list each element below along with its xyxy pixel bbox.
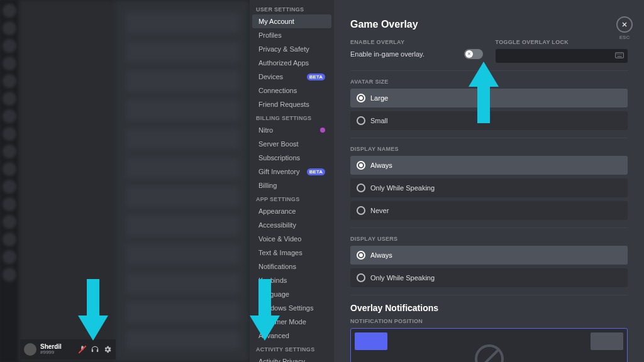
headphones-icon[interactable] bbox=[91, 345, 99, 354]
annotation-arrow-icon bbox=[250, 279, 280, 341]
radio-option[interactable]: Only While Speaking bbox=[350, 178, 628, 197]
sidebar-item-label: Profiles bbox=[258, 31, 282, 39]
notification-position-label: NOTIFICATION POSITION bbox=[350, 318, 628, 324]
sidebar-item[interactable]: DevicesBETA bbox=[252, 70, 331, 84]
sidebar-item[interactable]: Voice & Video bbox=[252, 232, 331, 246]
divider bbox=[350, 138, 628, 138]
sidebar-item[interactable]: Connections bbox=[252, 84, 331, 97]
sidebar-item-label: Billing bbox=[258, 182, 277, 189]
radio-option[interactable]: Never bbox=[350, 201, 628, 220]
sidebar-item-label: Devices bbox=[258, 73, 283, 80]
disable-icon[interactable] bbox=[475, 344, 504, 362]
sidebar-item-label: Text & Images bbox=[258, 249, 303, 256]
radio-ring-icon bbox=[357, 206, 365, 215]
sidebar-item[interactable]: Server Boost bbox=[252, 137, 331, 151]
radio-option[interactable]: Only While Speaking bbox=[350, 268, 628, 287]
sidebar-item[interactable]: My Account bbox=[252, 14, 331, 28]
annotation-arrow-icon bbox=[469, 62, 499, 123]
discriminator: #9999 bbox=[40, 350, 74, 356]
overlay-notifications-title: Overlay Notifications bbox=[350, 303, 628, 313]
sidebar-item[interactable]: Text & Images bbox=[252, 246, 331, 260]
sidebar-item-label: Gift Inventory bbox=[258, 168, 299, 175]
sidebar-header: USER SETTINGS bbox=[250, 3, 334, 14]
mic-muted-icon[interactable] bbox=[78, 345, 87, 354]
sidebar-item[interactable]: Nitro bbox=[252, 123, 331, 137]
annotation-arrow-icon bbox=[78, 279, 108, 341]
svg-rect-0 bbox=[616, 53, 624, 58]
sidebar-item[interactable]: Notifications bbox=[252, 260, 331, 273]
display-names-group: AlwaysOnly While SpeakingNever bbox=[350, 156, 628, 220]
sidebar-item-label: Connections bbox=[258, 87, 297, 94]
sidebar-item-label: Subscriptions bbox=[258, 154, 300, 162]
radio-label: Never bbox=[370, 207, 389, 214]
position-top-left[interactable] bbox=[355, 332, 387, 350]
user-footer: Sherdil #9999 bbox=[20, 339, 116, 359]
sidebar-item-label: Appearance bbox=[258, 207, 296, 215]
sidebar-item[interactable]: Gift InventoryBETA bbox=[252, 165, 331, 178]
radio-option[interactable]: Always bbox=[350, 246, 628, 265]
sidebar-item-label: Accessibility bbox=[258, 221, 296, 229]
radio-ring-icon bbox=[357, 251, 365, 260]
display-users-group: AlwaysOnly While Speaking bbox=[350, 246, 628, 287]
sidebar-item-label: Voice & Video bbox=[258, 235, 301, 243]
sidebar-item-label: Activity Privacy bbox=[258, 358, 305, 362]
sidebar-header: APP SETTINGS bbox=[250, 192, 334, 204]
sidebar-item[interactable]: Appearance bbox=[252, 204, 331, 218]
close-button[interactable] bbox=[616, 16, 633, 33]
sidebar-item[interactable]: Friend Requests bbox=[252, 97, 331, 111]
display-users-label: DISPLAY USERS bbox=[350, 236, 628, 242]
sidebar-item[interactable]: Authorized Apps bbox=[252, 56, 331, 70]
esc-label: ESC bbox=[619, 35, 630, 40]
sidebar-item[interactable]: Billing bbox=[252, 178, 331, 192]
enable-overlay-text: Enable in-game overlay. bbox=[350, 50, 425, 58]
settings-overlay: USER SETTINGSMy AccountProfilesPrivacy &… bbox=[250, 0, 644, 362]
radio-label: Always bbox=[370, 162, 392, 169]
beta-badge: BETA bbox=[307, 74, 325, 80]
radio-ring-icon bbox=[357, 273, 365, 282]
sidebar-item-label: My Account bbox=[258, 18, 294, 25]
radio-option[interactable]: Always bbox=[350, 156, 628, 175]
svg-rect-1 bbox=[616, 54, 617, 55]
notification-position-picker bbox=[350, 328, 628, 362]
page-title: Game Overlay bbox=[350, 19, 628, 30]
sidebar-item-label: Friend Requests bbox=[258, 101, 309, 108]
svg-rect-2 bbox=[618, 54, 619, 55]
server-rail bbox=[0, 0, 19, 362]
keyboard-icon bbox=[615, 52, 624, 60]
lock-keybind-input[interactable] bbox=[496, 49, 628, 63]
display-names-label: DISPLAY NAMES bbox=[350, 146, 628, 152]
svg-rect-4 bbox=[621, 54, 621, 55]
sidebar-header: BILLING SETTINGS bbox=[250, 111, 334, 123]
sidebar-item-label: Privacy & Safety bbox=[258, 45, 309, 53]
radio-ring-icon bbox=[357, 184, 365, 192]
sidebar-item-label: Server Boost bbox=[258, 140, 299, 148]
sidebar-item[interactable]: Accessibility bbox=[252, 218, 331, 232]
divider bbox=[350, 228, 628, 228]
radio-label: Only While Speaking bbox=[370, 274, 435, 282]
radio-label: Always bbox=[370, 251, 392, 259]
settings-content: ESC Game Overlay ENABLE OVERLAY Enable i… bbox=[334, 0, 644, 362]
gear-icon[interactable] bbox=[103, 345, 112, 354]
sidebar-item[interactable]: Activity Privacy bbox=[252, 354, 331, 362]
svg-rect-3 bbox=[619, 54, 620, 55]
sidebar-header: ACTIVITY SETTINGS bbox=[250, 343, 334, 354]
enable-overlay-label: ENABLE OVERLAY bbox=[350, 39, 483, 45]
sidebar-item-label: Authorized Apps bbox=[258, 59, 309, 67]
radio-label: Small bbox=[370, 117, 388, 124]
toggle-lock-label: TOGGLE OVERLAY LOCK bbox=[496, 39, 628, 45]
avatar bbox=[24, 343, 36, 356]
chat-blur bbox=[116, 0, 250, 362]
radio-label: Large bbox=[370, 94, 388, 102]
sidebar-item-label: Notifications bbox=[258, 263, 296, 270]
sidebar-item[interactable]: Subscriptions bbox=[252, 151, 331, 165]
position-top-right[interactable] bbox=[591, 332, 623, 350]
sidebar-item[interactable]: Profiles bbox=[252, 28, 331, 42]
close-group: ESC bbox=[616, 16, 633, 40]
nitro-badge bbox=[320, 128, 325, 133]
sidebar-item-label: Nitro bbox=[258, 126, 273, 134]
radio-label: Only While Speaking bbox=[370, 184, 435, 192]
enable-overlay-toggle[interactable] bbox=[464, 49, 483, 59]
beta-badge: BETA bbox=[307, 168, 325, 175]
sidebar-item[interactable]: Privacy & Safety bbox=[252, 42, 331, 56]
radio-ring-icon bbox=[357, 161, 365, 170]
